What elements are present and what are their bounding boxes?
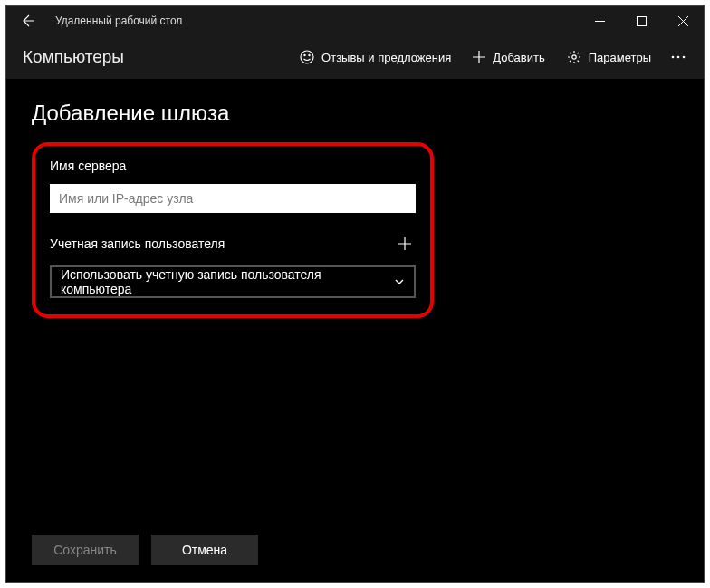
window-controls: [579, 7, 704, 34]
feedback-button[interactable]: Отзывы и предложения: [289, 44, 462, 70]
user-account-label: Учетная запись пользователя: [50, 236, 225, 251]
svg-rect-0: [637, 16, 646, 25]
chevron-down-icon: [394, 276, 405, 287]
maximize-button[interactable]: [620, 7, 662, 34]
svg-point-4: [571, 55, 575, 59]
svg-point-6: [677, 56, 680, 59]
server-name-label: Имя сервера: [50, 159, 416, 173]
svg-point-7: [683, 56, 686, 59]
window-title: Удаленный рабочий стол: [55, 14, 182, 27]
close-icon: [678, 16, 688, 26]
content-area: Добавление шлюза Имя сервера Учетная зап…: [6, 79, 704, 582]
svg-point-1: [301, 51, 313, 63]
gear-icon: [567, 50, 581, 64]
ellipsis-icon: [671, 55, 686, 59]
user-account-select[interactable]: Использовать учетную запись пользователя…: [50, 265, 416, 298]
save-button[interactable]: Сохранить: [32, 535, 139, 565]
plus-icon: [398, 237, 411, 250]
toolbar: Компьютеры Отзывы и предложения Добавить…: [6, 35, 704, 79]
footer-buttons: Сохранить Отмена: [32, 535, 678, 565]
cancel-button[interactable]: Отмена: [151, 535, 258, 565]
minimize-button[interactable]: [579, 7, 620, 34]
highlighted-form-section: Имя сервера Учетная запись пользователя …: [32, 142, 434, 318]
add-button[interactable]: Добавить: [462, 45, 555, 70]
back-button[interactable]: [15, 7, 43, 34]
close-button[interactable]: [662, 7, 704, 34]
add-account-button[interactable]: [394, 233, 416, 255]
form-heading: Добавление шлюза: [32, 101, 678, 126]
page-title: Компьютеры: [23, 47, 124, 67]
user-account-selected-value: Использовать учетную запись пользователя…: [61, 267, 394, 296]
arrow-left-icon: [22, 14, 36, 28]
plus-icon: [473, 51, 485, 63]
settings-label: Параметры: [589, 51, 651, 64]
maximize-icon: [637, 16, 647, 26]
smiley-icon: [300, 50, 314, 64]
server-name-input[interactable]: [50, 184, 416, 213]
app-window: Удаленный рабочий стол Компьютеры Отзыв: [5, 5, 705, 583]
svg-point-2: [304, 54, 305, 55]
add-label: Добавить: [493, 51, 544, 64]
minimize-icon: [595, 16, 605, 26]
more-button[interactable]: [662, 50, 695, 64]
feedback-label: Отзывы и предложения: [321, 51, 451, 64]
svg-point-5: [672, 56, 675, 59]
titlebar: Удаленный рабочий стол: [6, 6, 704, 35]
svg-point-3: [309, 54, 310, 55]
settings-button[interactable]: Параметры: [556, 44, 662, 70]
